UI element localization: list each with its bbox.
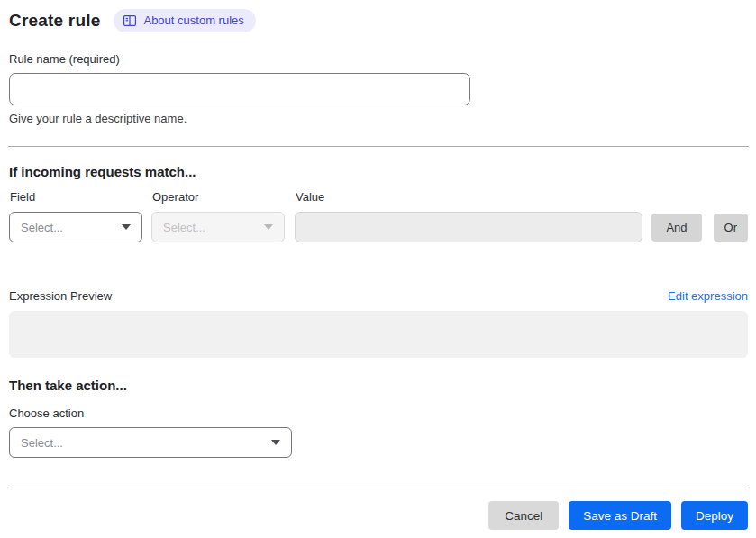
field-label: Field [10,190,142,204]
chevron-down-icon [122,224,131,230]
operator-select: Select... [151,212,285,242]
about-custom-rules-link[interactable]: About custom rules [114,9,255,32]
footer-actions: Cancel Save as Draft Deploy [9,501,748,530]
operator-column: Operator Select... [151,190,285,242]
value-input [295,212,642,242]
operator-label: Operator [152,190,285,204]
expression-preview-box [9,311,748,358]
rule-name-helper-text: Give your rule a descriptive name. [9,112,748,125]
chevron-down-icon [271,440,280,445]
expression-preview-row: Expression Preview Edit expression [9,289,748,303]
page-title: Create rule [9,11,100,31]
field-select[interactable]: Select... [9,212,142,242]
rule-name-input[interactable] [9,73,470,105]
action-section-heading: Then take action... [9,378,748,393]
page-header: Create rule About custom rules [9,9,748,32]
edit-expression-link[interactable]: Edit expression [668,289,748,303]
create-rule-page: Create rule About custom rules Rule name… [0,0,756,530]
value-column: Value [295,190,642,242]
save-as-draft-button[interactable]: Save as Draft [569,501,671,530]
rule-name-label: Rule name (required) [9,52,748,66]
footer-divider [8,488,749,488]
or-button[interactable]: Or [714,214,748,242]
book-icon [123,15,136,26]
field-column: Field Select... [9,190,142,242]
value-label: Value [296,190,642,204]
and-button[interactable]: And [651,214,701,242]
choose-action-select[interactable]: Select... [9,427,292,458]
deploy-button[interactable]: Deploy [681,501,748,530]
section-divider [8,146,749,147]
about-custom-rules-label: About custom rules [143,14,243,27]
condition-row: Field Select... Operator Select... Value… [9,190,748,242]
operator-select-placeholder: Select... [163,221,205,234]
match-section-heading: If incoming requests match... [9,164,748,179]
expression-preview-label: Expression Preview [9,289,112,303]
choose-action-label: Choose action [9,406,748,420]
cancel-button[interactable]: Cancel [488,501,559,530]
chevron-down-icon [264,224,273,230]
field-select-placeholder: Select... [21,221,63,234]
choose-action-placeholder: Select... [21,436,63,450]
